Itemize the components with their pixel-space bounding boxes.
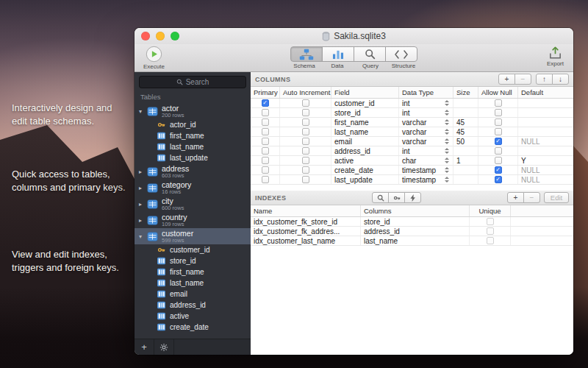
export-button[interactable]: Export	[547, 46, 564, 67]
sidebar-column-customer_id[interactable]: customer_id	[135, 244, 251, 255]
auto-increment-checkbox[interactable]	[302, 128, 309, 135]
auto-increment-checkbox[interactable]	[302, 166, 309, 174]
size-cell[interactable]: 45	[453, 118, 478, 127]
data-type-cell[interactable]: varchar	[399, 127, 453, 136]
stepper-icon[interactable]	[445, 129, 450, 135]
primary-checkbox[interactable]	[262, 176, 269, 183]
allow-null-checkbox[interactable]	[495, 99, 502, 107]
default-cell[interactable]	[518, 127, 573, 136]
auto-increment-checkbox[interactable]	[302, 118, 309, 126]
field-cell[interactable]: last_name	[331, 127, 399, 136]
foreign-key-button[interactable]	[388, 192, 405, 203]
allow-null-checkbox[interactable]	[495, 128, 502, 135]
field-cell[interactable]: store_id	[331, 108, 399, 117]
default-cell[interactable]: NULL	[518, 175, 573, 184]
stepper-icon[interactable]	[445, 167, 450, 173]
stepper-icon[interactable]	[445, 119, 450, 125]
data-type-cell[interactable]: varchar	[399, 118, 453, 127]
default-cell[interactable]: NULL	[518, 166, 573, 174]
allow-null-checkbox[interactable]	[495, 147, 502, 155]
data-type-cell[interactable]: char	[399, 156, 453, 165]
stepper-icon[interactable]	[445, 110, 450, 116]
index-name-cell[interactable]: idx_customer_fk_addres...	[251, 227, 361, 236]
sidebar-table-category[interactable]: ▸category16 rows	[135, 180, 251, 196]
default-cell[interactable]	[518, 99, 573, 107]
sidebar-column-address_id[interactable]: address_id	[135, 300, 251, 311]
add-column-button[interactable]: +	[498, 74, 515, 85]
index-columns-cell[interactable]: last_name	[361, 236, 470, 245]
schema-row-first_name[interactable]: first_namevarchar45	[251, 118, 573, 127]
size-cell[interactable]	[453, 99, 478, 107]
search-input[interactable]: Search	[139, 76, 246, 88]
sidebar-column-store_id[interactable]: store_id	[135, 255, 251, 266]
data-type-cell[interactable]: int	[399, 99, 453, 107]
remove-index-button[interactable]: −	[523, 192, 540, 203]
move-column-down-button[interactable]: ↓	[552, 74, 569, 85]
auto-increment-checkbox[interactable]	[302, 157, 309, 164]
field-cell[interactable]: active	[331, 156, 399, 165]
close-button[interactable]	[141, 32, 150, 40]
tab-data[interactable]	[322, 46, 354, 62]
primary-checkbox[interactable]	[262, 128, 269, 135]
disclosure-closed-icon[interactable]: ▸	[139, 169, 147, 175]
sidebar-column-last_name[interactable]: last_name	[135, 277, 251, 289]
sidebar-column-create_date[interactable]: create_date	[135, 322, 251, 333]
data-type-cell[interactable]: varchar	[399, 137, 453, 146]
tab-structure[interactable]	[385, 46, 417, 62]
data-type-cell[interactable]: int	[399, 146, 453, 155]
remove-column-button[interactable]: −	[514, 74, 531, 85]
unique-checkbox[interactable]	[487, 218, 494, 225]
data-type-cell[interactable]: timestamp	[399, 166, 453, 174]
sidebar-column-email[interactable]: email	[135, 289, 251, 300]
schema-row-last_name[interactable]: last_namevarchar45	[251, 127, 573, 137]
unique-checkbox[interactable]	[487, 227, 494, 235]
schema-row-email[interactable]: emailvarchar50✓NULL	[251, 137, 573, 146]
index-search-button[interactable]	[372, 192, 389, 203]
add-index-button[interactable]: +	[507, 192, 524, 203]
size-cell[interactable]: 50	[453, 137, 478, 146]
auto-increment-checkbox[interactable]	[302, 109, 309, 116]
index-row-address_id[interactable]: idx_customer_fk_addres...address_id	[251, 227, 573, 236]
add-table-button[interactable]: +	[135, 339, 154, 355]
sidebar-table-address[interactable]: ▸address603 rows	[135, 163, 251, 180]
default-cell[interactable]: NULL	[518, 137, 573, 146]
index-name-cell[interactable]: idx_customer_fk_store_id	[251, 217, 361, 226]
settings-gear-button[interactable]	[154, 339, 174, 355]
size-cell[interactable]: 45	[453, 127, 478, 136]
size-cell[interactable]	[453, 166, 478, 174]
index-row-store_id[interactable]: idx_customer_fk_store_idstore_id	[251, 217, 573, 227]
schema-row-store_id[interactable]: store_idint	[251, 108, 573, 118]
stepper-icon[interactable]	[445, 158, 450, 163]
index-columns-cell[interactable]: store_id	[361, 217, 470, 226]
allow-null-checkbox[interactable]	[495, 109, 502, 116]
auto-increment-checkbox[interactable]	[302, 99, 309, 107]
sidebar-column-actor_id[interactable]: actor_id	[135, 119, 251, 130]
auto-increment-checkbox[interactable]	[302, 176, 309, 183]
index-columns-cell[interactable]: address_id	[361, 227, 470, 236]
data-type-cell[interactable]: timestamp	[399, 175, 453, 184]
default-cell[interactable]	[518, 118, 573, 127]
auto-increment-checkbox[interactable]	[302, 147, 309, 155]
field-cell[interactable]: email	[331, 137, 399, 146]
schema-row-address_id[interactable]: address_idint	[251, 146, 573, 156]
sidebar-column-last_update[interactable]: last_update	[135, 152, 251, 163]
schema-row-last_update[interactable]: last_updatetimestamp✓NULL	[251, 175, 573, 185]
auto-increment-checkbox[interactable]	[302, 138, 309, 145]
allow-null-checkbox[interactable]: ✓	[495, 166, 502, 174]
stepper-icon[interactable]	[445, 100, 450, 106]
allow-null-checkbox[interactable]: ✓	[495, 138, 502, 145]
sidebar-column-first_name[interactable]: first_name	[135, 130, 251, 141]
sidebar-column-active[interactable]: active	[135, 311, 251, 322]
field-cell[interactable]: customer_id	[331, 99, 399, 107]
tab-query[interactable]	[354, 46, 386, 62]
schema-row-create_date[interactable]: create_datetimestamp✓NULL	[251, 166, 573, 175]
sidebar-table-city[interactable]: ▸city600 rows	[135, 196, 251, 212]
disclosure-open-icon[interactable]: ▾	[139, 108, 147, 115]
title-bar[interactable]: Sakila.sqlite3	[135, 28, 573, 44]
zoom-button[interactable]	[171, 32, 179, 40]
minimize-button[interactable]	[156, 32, 165, 40]
default-cell[interactable]	[518, 146, 573, 155]
data-type-cell[interactable]: int	[399, 108, 453, 117]
disclosure-closed-icon[interactable]: ▸	[139, 185, 147, 191]
field-cell[interactable]: create_date	[331, 166, 399, 174]
